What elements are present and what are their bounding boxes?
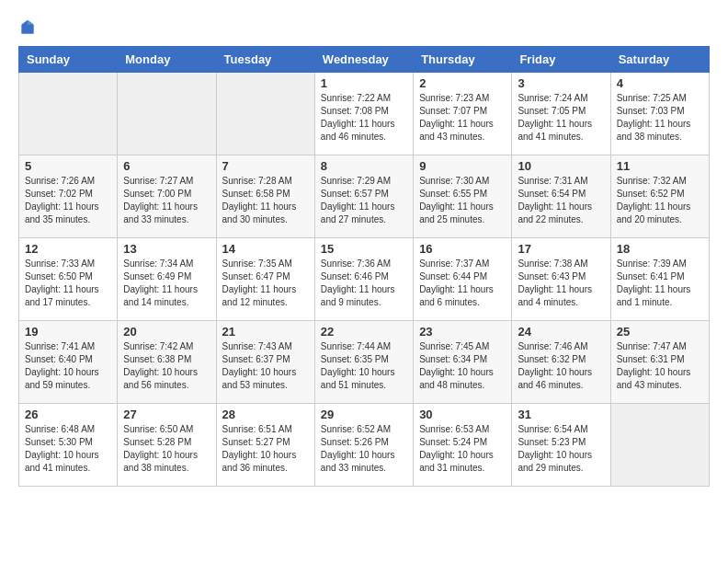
table-row: 8Sunrise: 7:29 AM Sunset: 6:57 PM Daylig… (314, 155, 413, 238)
table-row: 30Sunrise: 6:53 AM Sunset: 5:24 PM Dayli… (414, 404, 512, 487)
weekday-header-tuesday: Tuesday (216, 47, 314, 73)
weekday-header-saturday: Saturday (610, 47, 709, 73)
table-row (19, 73, 118, 155)
day-info: Sunrise: 7:25 AM Sunset: 7:03 PM Dayligh… (617, 92, 703, 144)
day-number: 18 (617, 242, 703, 256)
calendar-week-row: 19Sunrise: 7:41 AM Sunset: 6:40 PM Dayli… (19, 321, 710, 404)
day-info: Sunrise: 6:48 AM Sunset: 5:30 PM Dayligh… (25, 423, 111, 475)
weekday-header-friday: Friday (512, 47, 610, 73)
table-row: 2Sunrise: 7:23 AM Sunset: 7:07 PM Daylig… (414, 73, 512, 155)
day-info: Sunrise: 6:52 AM Sunset: 5:26 PM Dayligh… (321, 423, 407, 475)
day-info: Sunrise: 6:50 AM Sunset: 5:28 PM Dayligh… (123, 423, 210, 475)
day-info: Sunrise: 7:42 AM Sunset: 6:38 PM Dayligh… (123, 340, 210, 392)
day-info: Sunrise: 7:47 AM Sunset: 6:31 PM Dayligh… (617, 340, 703, 392)
weekday-header-monday: Monday (118, 47, 216, 73)
table-row: 21Sunrise: 7:43 AM Sunset: 6:37 PM Dayli… (216, 321, 314, 404)
day-number: 25 (617, 325, 703, 339)
day-info: Sunrise: 7:37 AM Sunset: 6:44 PM Dayligh… (419, 258, 506, 309)
calendar-header-row: SundayMondayTuesdayWednesdayThursdayFrid… (19, 47, 710, 73)
day-info: Sunrise: 6:51 AM Sunset: 5:27 PM Dayligh… (222, 423, 309, 475)
table-row: 3Sunrise: 7:24 AM Sunset: 7:05 PM Daylig… (512, 73, 610, 155)
logo (18, 18, 40, 37)
day-number: 5 (25, 159, 111, 173)
calendar-week-row: 26Sunrise: 6:48 AM Sunset: 5:30 PM Dayli… (19, 404, 710, 487)
calendar-week-row: 5Sunrise: 7:26 AM Sunset: 7:02 PM Daylig… (19, 155, 710, 238)
calendar-table: SundayMondayTuesdayWednesdayThursdayFrid… (18, 46, 710, 487)
table-row (216, 73, 314, 155)
day-info: Sunrise: 7:36 AM Sunset: 6:46 PM Dayligh… (321, 258, 407, 309)
table-row (118, 73, 216, 155)
day-info: Sunrise: 6:53 AM Sunset: 5:24 PM Dayligh… (419, 423, 506, 475)
table-row: 31Sunrise: 6:54 AM Sunset: 5:23 PM Dayli… (512, 404, 610, 487)
day-info: Sunrise: 7:43 AM Sunset: 6:37 PM Dayligh… (222, 340, 309, 392)
day-number: 16 (419, 242, 506, 256)
day-info: Sunrise: 7:24 AM Sunset: 7:05 PM Dayligh… (518, 92, 604, 144)
weekday-header-wednesday: Wednesday (314, 47, 413, 73)
table-row: 1Sunrise: 7:22 AM Sunset: 7:08 PM Daylig… (314, 73, 413, 155)
day-info: Sunrise: 7:46 AM Sunset: 6:32 PM Dayligh… (518, 340, 604, 392)
day-info: Sunrise: 7:35 AM Sunset: 6:47 PM Dayligh… (222, 258, 309, 309)
day-info: Sunrise: 7:27 AM Sunset: 7:00 PM Dayligh… (123, 175, 210, 226)
day-info: Sunrise: 7:34 AM Sunset: 6:49 PM Dayligh… (123, 258, 210, 309)
table-row: 18Sunrise: 7:39 AM Sunset: 6:41 PM Dayli… (610, 238, 709, 321)
table-row: 28Sunrise: 6:51 AM Sunset: 5:27 PM Dayli… (216, 404, 314, 487)
day-number: 27 (123, 408, 210, 421)
day-info: Sunrise: 7:26 AM Sunset: 7:02 PM Dayligh… (25, 175, 111, 226)
weekday-header-sunday: Sunday (19, 47, 118, 73)
day-number: 11 (617, 159, 703, 173)
day-number: 20 (123, 325, 210, 339)
day-info: Sunrise: 7:38 AM Sunset: 6:43 PM Dayligh… (518, 258, 604, 309)
day-number: 26 (25, 408, 111, 421)
table-row: 26Sunrise: 6:48 AM Sunset: 5:30 PM Dayli… (19, 404, 118, 487)
day-info: Sunrise: 7:33 AM Sunset: 6:50 PM Dayligh… (25, 258, 111, 309)
day-info: Sunrise: 7:30 AM Sunset: 6:55 PM Dayligh… (419, 175, 506, 226)
day-number: 9 (419, 159, 506, 173)
day-info: Sunrise: 7:22 AM Sunset: 7:08 PM Dayligh… (321, 92, 407, 144)
table-row: 19Sunrise: 7:41 AM Sunset: 6:40 PM Dayli… (19, 321, 118, 404)
table-row: 27Sunrise: 6:50 AM Sunset: 5:28 PM Dayli… (118, 404, 216, 487)
day-info: Sunrise: 7:23 AM Sunset: 7:07 PM Dayligh… (419, 92, 506, 144)
day-info: Sunrise: 7:31 AM Sunset: 6:54 PM Dayligh… (518, 175, 604, 226)
day-number: 24 (518, 325, 604, 339)
calendar-week-row: 12Sunrise: 7:33 AM Sunset: 6:50 PM Dayli… (19, 238, 710, 321)
day-info: Sunrise: 7:39 AM Sunset: 6:41 PM Dayligh… (617, 258, 703, 309)
table-row: 10Sunrise: 7:31 AM Sunset: 6:54 PM Dayli… (512, 155, 610, 238)
day-number: 30 (419, 408, 506, 421)
day-info: Sunrise: 7:41 AM Sunset: 6:40 PM Dayligh… (25, 340, 111, 392)
day-number: 22 (321, 325, 407, 339)
day-info: Sunrise: 7:29 AM Sunset: 6:57 PM Dayligh… (321, 175, 407, 226)
day-info: Sunrise: 7:45 AM Sunset: 6:34 PM Dayligh… (419, 340, 506, 392)
table-row: 14Sunrise: 7:35 AM Sunset: 6:47 PM Dayli… (216, 238, 314, 321)
day-number: 2 (419, 76, 506, 90)
table-row: 20Sunrise: 7:42 AM Sunset: 6:38 PM Dayli… (118, 321, 216, 404)
day-number: 28 (222, 408, 309, 421)
day-number: 4 (617, 76, 703, 90)
table-row: 29Sunrise: 6:52 AM Sunset: 5:26 PM Dayli… (314, 404, 413, 487)
table-row: 23Sunrise: 7:45 AM Sunset: 6:34 PM Dayli… (414, 321, 512, 404)
table-row: 13Sunrise: 7:34 AM Sunset: 6:49 PM Dayli… (118, 238, 216, 321)
table-row (610, 404, 709, 487)
table-row: 12Sunrise: 7:33 AM Sunset: 6:50 PM Dayli… (19, 238, 118, 321)
table-row: 11Sunrise: 7:32 AM Sunset: 6:52 PM Dayli… (610, 155, 709, 238)
day-number: 29 (321, 408, 407, 421)
day-info: Sunrise: 7:44 AM Sunset: 6:35 PM Dayligh… (321, 340, 407, 392)
table-row: 6Sunrise: 7:27 AM Sunset: 7:00 PM Daylig… (118, 155, 216, 238)
day-number: 1 (321, 76, 407, 90)
day-number: 21 (222, 325, 309, 339)
day-number: 6 (123, 159, 210, 173)
day-number: 19 (25, 325, 111, 339)
day-info: Sunrise: 7:28 AM Sunset: 6:58 PM Dayligh… (222, 175, 309, 226)
logo-icon (18, 18, 37, 37)
day-number: 12 (25, 242, 111, 256)
day-number: 3 (518, 76, 604, 90)
day-number: 15 (321, 242, 407, 256)
weekday-header-thursday: Thursday (414, 47, 512, 73)
day-number: 31 (518, 408, 604, 421)
table-row: 15Sunrise: 7:36 AM Sunset: 6:46 PM Dayli… (314, 238, 413, 321)
table-row: 9Sunrise: 7:30 AM Sunset: 6:55 PM Daylig… (414, 155, 512, 238)
day-number: 23 (419, 325, 506, 339)
table-row: 22Sunrise: 7:44 AM Sunset: 6:35 PM Dayli… (314, 321, 413, 404)
day-number: 7 (222, 159, 309, 173)
day-info: Sunrise: 6:54 AM Sunset: 5:23 PM Dayligh… (518, 423, 604, 475)
day-number: 8 (321, 159, 407, 173)
